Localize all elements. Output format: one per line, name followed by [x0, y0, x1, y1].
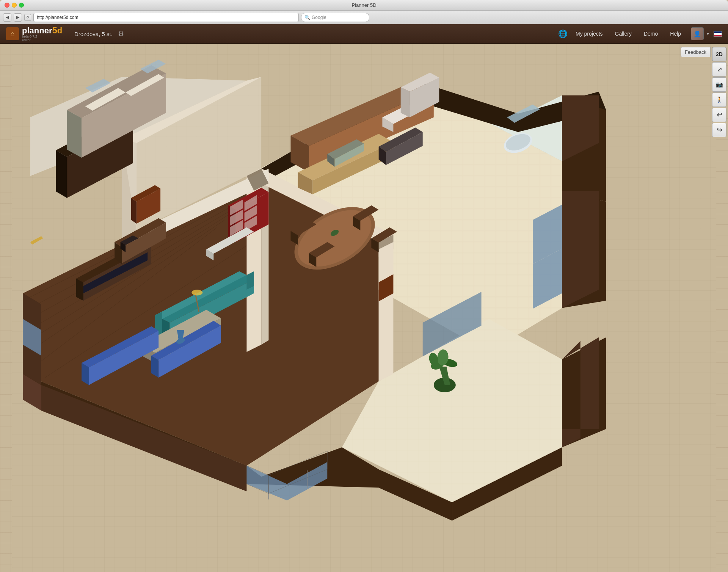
project-name: Drozdova, 5 st. [74, 31, 113, 37]
minimize-button[interactable] [12, 3, 17, 8]
logo-icon: ⌂ [6, 27, 19, 40]
undo-icon: ↩ [717, 111, 722, 119]
person-view-button[interactable]: 🚶 [712, 92, 726, 107]
url-text: http://planner5d.com [37, 15, 78, 20]
logo-five: 5 [52, 25, 57, 35]
settings-button[interactable]: ⚙ [116, 29, 126, 38]
floorplan-svg [0, 44, 728, 572]
redo-button[interactable]: ↪ [712, 123, 726, 137]
svg-point-69 [191, 290, 202, 295]
nav-demo[interactable]: Demo [639, 28, 663, 39]
svg-marker-38 [379, 235, 394, 381]
search-placeholder: Google [312, 15, 326, 20]
browser-toolbar: ◀ ▶ ↻ http://planner5d.com 🔍 Google [0, 11, 728, 24]
svg-marker-102 [67, 110, 82, 158]
share-button[interactable]: ⤢ [712, 62, 726, 77]
2d-label: 2D [716, 51, 723, 57]
nav-help[interactable]: Help [665, 28, 686, 39]
maximize-button[interactable] [19, 3, 24, 8]
search-icon: 🔍 [304, 15, 310, 20]
close-button[interactable] [5, 3, 9, 8]
logo-area: ⌂ planner5d beta 0.7.2 editor [6, 26, 67, 42]
user-avatar[interactable]: 👤 [691, 27, 704, 40]
browser-title: Planner 5D [351, 2, 376, 8]
nav-my-projects[interactable]: My projects [570, 28, 608, 39]
project-name-area: Drozdova, 5 st. ⚙ [74, 29, 126, 38]
svg-marker-116 [131, 198, 137, 224]
user-area: 👤 ▼ [691, 27, 710, 40]
camera-icon: 📷 [716, 81, 723, 88]
camera-button[interactable]: 📷 [712, 77, 726, 92]
back-button[interactable]: ◀ [3, 13, 11, 22]
right-toolbar: Feedback 2D ⤢ 📷 🚶 [711, 44, 728, 140]
share-icon: ⤢ [717, 66, 722, 73]
person-icon: 🚶 [716, 96, 723, 103]
browser-titlebar: Planner 5D [0, 0, 728, 11]
2d-view-button[interactable]: 2D [712, 47, 726, 61]
search-bar[interactable]: 🔍 Google [301, 13, 369, 22]
logo-beta: beta 0.7.2 [22, 35, 62, 38]
svg-marker-99 [56, 150, 67, 198]
undo-button[interactable]: ↩ [712, 108, 726, 122]
floorplan-3d[interactable] [0, 44, 728, 572]
logo-planner: planner [22, 26, 52, 35]
forward-button[interactable]: ▶ [14, 13, 22, 22]
user-avatar-image: 👤 [691, 28, 703, 40]
app-header: ⌂ planner5d beta 0.7.2 editor Drozdova, … [0, 24, 728, 44]
logo-text: planner5d beta 0.7.2 editor [22, 26, 62, 42]
svg-marker-45 [76, 279, 83, 301]
app-container: ⌂ planner5d beta 0.7.2 editor Drozdova, … [0, 24, 728, 572]
globe-button[interactable]: 🌐 [557, 28, 569, 40]
browser-window: Planner 5D ◀ ▶ ↻ http://planner5d.com 🔍 … [0, 0, 728, 572]
user-dropdown-caret[interactable]: ▼ [706, 32, 710, 36]
logo-d: d [57, 26, 62, 35]
language-flag[interactable] [714, 31, 722, 37]
reload-button[interactable]: ↻ [24, 14, 31, 21]
logo-main: planner5d [22, 26, 62, 35]
main-view: Feedback 2D ⤢ 📷 🚶 [0, 44, 728, 572]
svg-marker-141 [562, 191, 599, 308]
svg-marker-96 [401, 87, 410, 117]
nav-gallery[interactable]: Gallery [610, 28, 637, 39]
traffic-lights [5, 3, 24, 8]
logo-subtitle: editor [22, 38, 62, 42]
address-bar[interactable]: http://planner5d.com [33, 13, 299, 22]
feedback-button[interactable]: Feedback [681, 47, 711, 57]
redo-icon: ↪ [717, 126, 722, 134]
nav-items: 🌐 My projects Gallery Demo Help 👤 ▼ [557, 27, 722, 40]
